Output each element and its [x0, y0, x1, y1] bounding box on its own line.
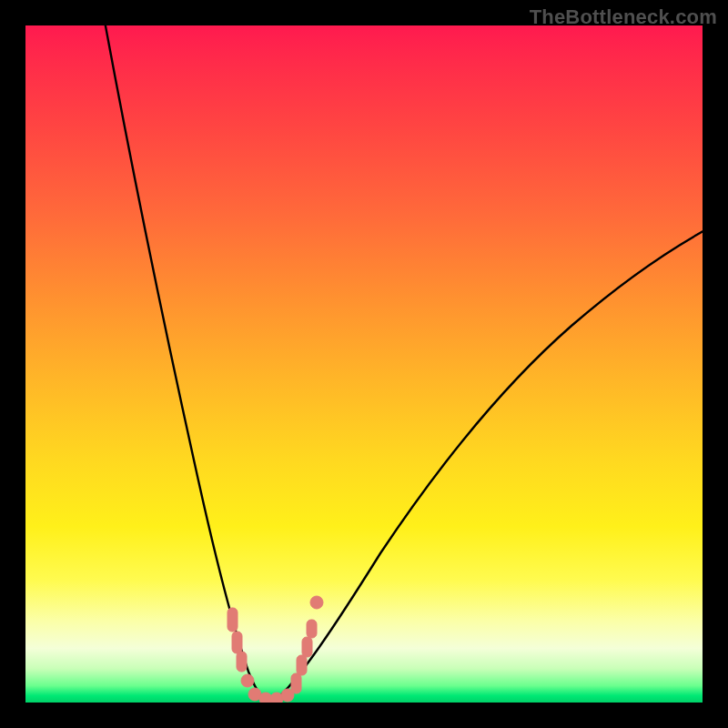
svg-rect-10 [302, 637, 312, 657]
chart-frame: TheBottleneck.com [0, 0, 728, 728]
svg-point-12 [310, 596, 323, 609]
svg-rect-2 [237, 652, 247, 672]
svg-rect-8 [291, 673, 301, 693]
marker-cluster [228, 596, 323, 703]
svg-rect-0 [228, 608, 238, 632]
svg-rect-11 [307, 620, 317, 638]
svg-rect-1 [232, 632, 242, 653]
curve-layer [25, 25, 703, 703]
plot-area [25, 25, 703, 703]
svg-rect-9 [297, 655, 307, 675]
svg-point-3 [241, 674, 254, 687]
bottleneck-curve-left [104, 25, 264, 699]
bottleneck-curve-right [277, 228, 703, 699]
watermark-text: TheBottleneck.com [530, 5, 717, 29]
